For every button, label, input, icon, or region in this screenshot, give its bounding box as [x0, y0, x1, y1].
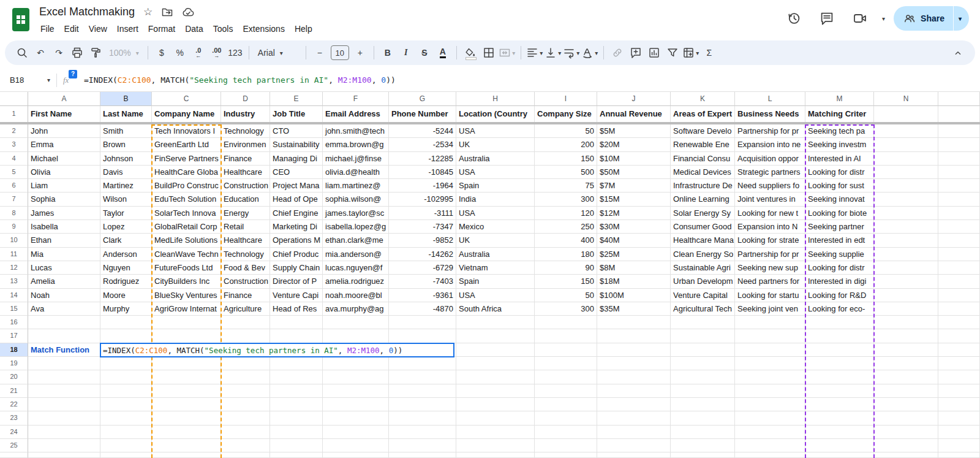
cell[interactable]: [874, 152, 938, 166]
cell[interactable]: [597, 384, 671, 398]
cell[interactable]: SolarTech Innova: [152, 207, 221, 220]
cell[interactable]: [323, 398, 389, 411]
cell[interactable]: Online Learning: [671, 193, 735, 206]
cell[interactable]: Strategic partners: [735, 166, 805, 179]
row-header-21[interactable]: 21: [0, 384, 28, 398]
strikethrough-button[interactable]: S: [416, 44, 433, 61]
cell[interactable]: sophia.wilson@: [323, 193, 389, 206]
cell[interactable]: Areas of Expert: [671, 106, 735, 122]
row-header-16[interactable]: 16: [0, 316, 28, 329]
font-size-button[interactable]: 10: [330, 44, 350, 61]
cell[interactable]: Seeking new sup: [735, 261, 805, 275]
cell[interactable]: GlobalRetail Corp: [152, 220, 221, 234]
cell[interactable]: Lopez: [100, 220, 152, 234]
cell[interactable]: [389, 357, 456, 370]
cell[interactable]: [100, 452, 152, 458]
cell[interactable]: [535, 439, 597, 452]
cell[interactable]: Spain: [456, 275, 535, 288]
cell[interactable]: [735, 452, 805, 458]
cell[interactable]: [28, 439, 100, 452]
cell[interactable]: [805, 452, 874, 458]
cell[interactable]: [874, 248, 938, 261]
name-box-caret-icon[interactable]: ▾: [47, 77, 50, 83]
cell[interactable]: [671, 343, 735, 357]
cell[interactable]: 300: [535, 193, 597, 206]
cell[interactable]: Solar Energy Sy: [671, 207, 735, 220]
cell[interactable]: Energy: [221, 207, 270, 220]
cell[interactable]: $50M: [597, 166, 671, 179]
cell[interactable]: [874, 329, 938, 343]
cell[interactable]: Environmen: [221, 138, 270, 151]
menu-insert[interactable]: Insert: [112, 22, 143, 36]
cell[interactable]: [535, 411, 597, 425]
column-header-n[interactable]: N: [874, 92, 938, 106]
cell[interactable]: [874, 426, 938, 439]
cell[interactable]: [938, 357, 980, 370]
cell[interactable]: [735, 426, 805, 439]
cell[interactable]: Seeking tech pa: [805, 124, 874, 138]
video-call-caret-icon[interactable]: ▾: [882, 15, 885, 22]
cell[interactable]: Interested in AI: [805, 152, 874, 166]
cell[interactable]: Head of Res: [270, 302, 323, 316]
cell[interactable]: Food & Bev: [221, 261, 270, 275]
column-header-f[interactable]: F: [323, 92, 389, 106]
cell[interactable]: [389, 384, 456, 398]
share-caret-icon[interactable]: ▾: [954, 15, 969, 22]
cell[interactable]: Director of P: [270, 275, 323, 288]
move-folder-icon[interactable]: [161, 6, 173, 18]
cell[interactable]: michael.j@finse: [323, 152, 389, 166]
cell[interactable]: -9852: [389, 234, 456, 247]
cell[interactable]: [805, 343, 874, 357]
row-header-14[interactable]: 14: [0, 289, 28, 302]
formula-help-badge[interactable]: ?: [69, 70, 77, 78]
cell[interactable]: Head of Ope: [270, 193, 323, 206]
column-header-m[interactable]: M: [805, 92, 874, 106]
cell[interactable]: $10M: [597, 152, 671, 166]
cell[interactable]: [671, 384, 735, 398]
cell[interactable]: [874, 179, 938, 193]
version-history-icon[interactable]: [782, 6, 806, 31]
cell[interactable]: 500: [535, 166, 597, 179]
cell[interactable]: 50: [535, 124, 597, 138]
cell[interactable]: Rodriguez: [100, 275, 152, 288]
row-header-8[interactable]: 8: [0, 207, 28, 220]
format-currency-button[interactable]: $: [153, 44, 170, 61]
more-formats-button[interactable]: 123: [227, 44, 244, 61]
cell[interactable]: isabella.lopez@g: [323, 220, 389, 234]
cell[interactable]: Nguyen: [100, 261, 152, 275]
cell[interactable]: -12285: [389, 152, 456, 166]
cell[interactable]: Australia: [456, 248, 535, 261]
cell[interactable]: [938, 329, 980, 343]
cell[interactable]: 300: [535, 302, 597, 316]
insert-chart-icon[interactable]: [646, 44, 663, 61]
column-header-k[interactable]: K: [671, 92, 735, 106]
cell[interactable]: [28, 452, 100, 458]
cell[interactable]: Need partners for: [735, 275, 805, 288]
row-header-9[interactable]: 9: [0, 220, 28, 234]
cell[interactable]: [874, 193, 938, 206]
cell[interactable]: $40M: [597, 234, 671, 247]
cell[interactable]: James: [28, 207, 100, 220]
cell[interactable]: [874, 411, 938, 425]
cell[interactable]: Technology: [221, 124, 270, 138]
cell[interactable]: [389, 439, 456, 452]
cell[interactable]: [28, 426, 100, 439]
cell[interactable]: Tech Innovators I: [152, 124, 221, 138]
cell[interactable]: Vietnam: [456, 261, 535, 275]
cell[interactable]: [874, 452, 938, 458]
cell[interactable]: 150: [535, 152, 597, 166]
cell[interactable]: [874, 234, 938, 247]
cell[interactable]: FinServe Partners: [152, 152, 221, 166]
cell[interactable]: [938, 384, 980, 398]
cell[interactable]: -9361: [389, 289, 456, 302]
cell[interactable]: -4870: [389, 302, 456, 316]
text-rotation-icon[interactable]: ▾: [581, 44, 598, 61]
cell[interactable]: Sustainability: [270, 138, 323, 151]
cell[interactable]: [938, 106, 980, 122]
cell[interactable]: Anderson: [100, 248, 152, 261]
cell[interactable]: Liam: [28, 179, 100, 193]
cell[interactable]: [805, 370, 874, 384]
cell[interactable]: EduTech Solution: [152, 193, 221, 206]
cell[interactable]: [805, 411, 874, 425]
print-icon[interactable]: [69, 44, 86, 61]
